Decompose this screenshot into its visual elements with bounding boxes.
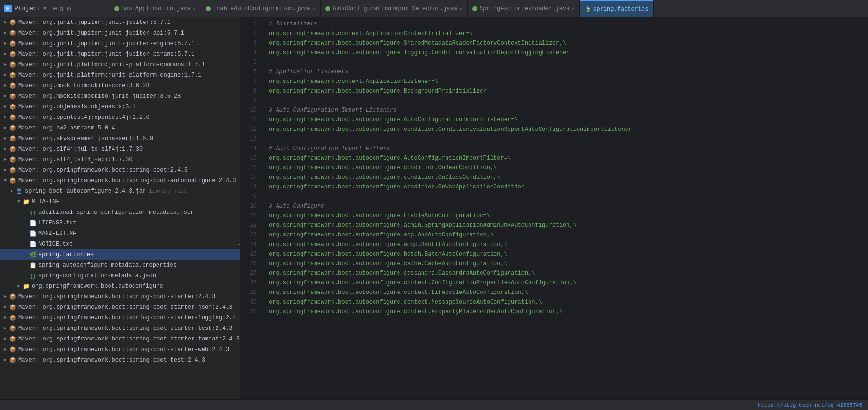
tree-arrow[interactable]: ► xyxy=(15,283,22,290)
tree-arrow[interactable]: ► xyxy=(2,19,9,26)
tree-arrow[interactable]: ► xyxy=(2,30,9,36)
tree-item[interactable]: ►📦Maven: org.springframework.boot:spring… xyxy=(0,302,240,313)
tree-item[interactable]: ►📦Maven: org.springframework.boot:spring… xyxy=(0,344,240,355)
tree-item[interactable]: ►📦Maven: org.slf4j:slf4j-api:1.7.30 xyxy=(0,154,240,165)
project-icon: ▣ xyxy=(4,5,12,12)
code-line: org.springframework.boot.autoconfigure.c… xyxy=(269,163,868,173)
tree-item[interactable]: ►📦Maven: org.ow2.asm:asm:5.0.4 xyxy=(0,123,240,133)
tab-close-loader[interactable]: ✕ xyxy=(572,6,575,12)
tree-item[interactable]: ▼📦Maven: org.springframework.boot:spring… xyxy=(0,176,240,186)
tree-item[interactable]: ►🗜spring-boot-autoconfigure-2.4.3.jarlib… xyxy=(0,186,240,197)
tree-item[interactable]: ►📁org.springframework.boot.autoconfigure xyxy=(0,281,240,292)
tree-arrow[interactable]: ► xyxy=(2,114,9,121)
tree-item[interactable]: ►📦Maven: org.slf4j:jul-to-slf4j:1.7.30 xyxy=(0,144,240,154)
tree-icon: 📦 xyxy=(9,304,16,311)
title-bar: ▣ Project ▼ ⊕ ⇅ ⚙ BootApplication.java✕E… xyxy=(0,0,868,17)
tree-item[interactable]: ►📦Maven: org.junit.jupiter:junit-jupiter… xyxy=(0,17,240,28)
tree-arrow[interactable]: ► xyxy=(2,72,9,79)
java-icon xyxy=(326,6,330,11)
tree-arrow[interactable]: ► xyxy=(2,293,9,300)
tree-icon: 🌿 xyxy=(29,251,36,258)
tree-arrow[interactable]: ► xyxy=(2,325,9,332)
tree-arrow[interactable]: ► xyxy=(2,61,9,68)
tree-arrow[interactable] xyxy=(22,272,29,279)
tree-item[interactable]: ►📦Maven: org.mockito:mockito-core:3.6.28 xyxy=(0,81,240,91)
tree-item[interactable]: ►📦Maven: org.junit.platform:junit-platfo… xyxy=(0,70,240,81)
code-content[interactable]: # Initializersorg.springframework.contex… xyxy=(261,17,868,399)
tree-arrow[interactable] xyxy=(22,251,29,258)
tree-item[interactable]: ►📦Maven: org.springframework.boot:spring… xyxy=(0,313,240,323)
tree-arrow[interactable] xyxy=(22,220,29,226)
tree-item[interactable]: {}spring-configuration-metadata.json xyxy=(0,270,240,281)
tree-arrow[interactable]: ▼ xyxy=(15,199,22,205)
project-tree[interactable]: ►📦Maven: org.junit.jupiter:junit-jupiter… xyxy=(0,17,240,399)
code-line: org.springframework.boot.autoconfigure.A… xyxy=(269,153,868,163)
line-number: 18 xyxy=(240,182,257,192)
settings-icon[interactable]: ⚙ xyxy=(67,4,71,12)
tree-icon: 📦 xyxy=(9,325,16,332)
tree-arrow[interactable]: ► xyxy=(2,125,9,131)
tab-selector[interactable]: AutoConfigurationImportSelector.java✕ xyxy=(321,0,468,17)
tree-item[interactable]: 📄MANIFEST.MF xyxy=(0,228,240,239)
tree-label: Maven: org.junit.jupiter:junit-jupiter-e… xyxy=(18,40,194,47)
tree-arrow[interactable]: ► xyxy=(2,304,9,311)
tree-arrow[interactable]: ► xyxy=(9,188,15,195)
tree-arrow[interactable]: ► xyxy=(2,51,9,58)
tree-item[interactable]: ►📦Maven: org.mockito:mockito-junit-jupit… xyxy=(0,91,240,102)
tree-item[interactable]: ►📦Maven: org.springframework.boot:spring… xyxy=(0,292,240,302)
tree-arrow[interactable]: ► xyxy=(2,40,9,47)
tab-close-boot[interactable]: ✕ xyxy=(193,6,196,12)
add-icon[interactable]: ⊕ xyxy=(53,4,57,12)
tree-arrow[interactable]: ► xyxy=(2,346,9,353)
project-dropdown-icon[interactable]: ▼ xyxy=(44,6,46,11)
tree-arrow[interactable]: ► xyxy=(2,135,9,142)
tree-arrow[interactable] xyxy=(22,209,29,216)
status-url[interactable]: https://blog.csdn.net/qq_42665745 xyxy=(758,402,862,408)
tab-close-autoconfig[interactable]: ✕ xyxy=(313,6,315,12)
project-label[interactable]: Project xyxy=(14,5,41,12)
tree-arrow[interactable]: ► xyxy=(2,315,9,321)
tree-item[interactable]: ►📦Maven: org.junit.jupiter:junit-jupiter… xyxy=(0,38,240,49)
tree-arrow[interactable]: ► xyxy=(2,146,9,152)
tree-arrow[interactable]: ► xyxy=(2,336,9,342)
tree-item[interactable]: {}additional-spring-configuration-metada… xyxy=(0,207,240,218)
tree-arrow[interactable]: ► xyxy=(2,357,9,363)
tree-arrow[interactable]: ► xyxy=(2,82,9,89)
tree-label: LICENSE.txt xyxy=(38,220,76,226)
tree-item[interactable]: 📋spring-autoconfigure-metadata.propertie… xyxy=(0,260,240,270)
tree-item[interactable]: ►📦Maven: org.springframework.boot:spring… xyxy=(0,165,240,176)
tab-boot[interactable]: BootApplication.java✕ xyxy=(109,0,201,17)
tree-item[interactable]: ►📦Maven: org.junit.jupiter:junit-jupiter… xyxy=(0,49,240,59)
tree-item[interactable]: 📄LICENSE.txt xyxy=(0,218,240,228)
tree-arrow[interactable]: ► xyxy=(2,104,9,110)
tree-icon: 📦 xyxy=(9,156,16,164)
tree-arrow[interactable] xyxy=(22,241,29,247)
tab-loader[interactable]: SpringFactoriesLoader.java✕ xyxy=(468,0,580,17)
tree-item[interactable]: ►📦Maven: org.junit.platform:junit-platfo… xyxy=(0,59,240,70)
tab-close-selector[interactable]: ✕ xyxy=(459,6,462,12)
tree-item[interactable]: ▼📁META-INF xyxy=(0,197,240,207)
tree-item[interactable]: ►📦Maven: org.springframework.boot:spring… xyxy=(0,334,240,344)
tree-label: org.springframework.boot.autoconfigure xyxy=(32,283,163,290)
tree-arrow[interactable]: ► xyxy=(2,167,9,174)
sync-icon[interactable]: ⇅ xyxy=(60,4,63,12)
tree-arrow[interactable]: ► xyxy=(2,156,9,163)
tree-item[interactable]: 🌿spring.factories xyxy=(0,249,240,260)
tree-item[interactable]: ►📦Maven: org.opentest4j:opentest4j:1.2.0 xyxy=(0,112,240,123)
tree-arrow[interactable] xyxy=(22,230,29,237)
tree-item[interactable]: ►📦Maven: org.springframework.boot:spring… xyxy=(0,355,240,365)
tree-item[interactable]: ►📦Maven: org.objenesis:objenesis:3.1 xyxy=(0,102,240,112)
tree-icon: 📄 xyxy=(29,219,36,227)
tree-arrow[interactable]: ▼ xyxy=(2,177,9,184)
line-number: 14 xyxy=(240,144,257,153)
tree-arrow[interactable]: ► xyxy=(2,93,9,100)
tree-arrow[interactable] xyxy=(22,262,29,269)
tree-item[interactable]: ►📦Maven: org.junit.jupiter:junit-jupiter… xyxy=(0,28,240,38)
tree-label: NOTICE.txt xyxy=(38,241,73,247)
tree-item[interactable]: ►📦Maven: org.springframework.boot:spring… xyxy=(0,323,240,334)
tree-item[interactable]: 📄NOTICE.txt→ xyxy=(0,239,240,249)
tab-factories[interactable]: 🍃spring.factories xyxy=(580,0,653,17)
tree-item[interactable]: ►📦Maven: org.skyscreamer:jsonassert:1.5.… xyxy=(0,133,240,144)
tab-autoconfig[interactable]: EnableAutoConfiguration.java✕ xyxy=(201,0,321,17)
line-number: 5 xyxy=(240,58,257,67)
